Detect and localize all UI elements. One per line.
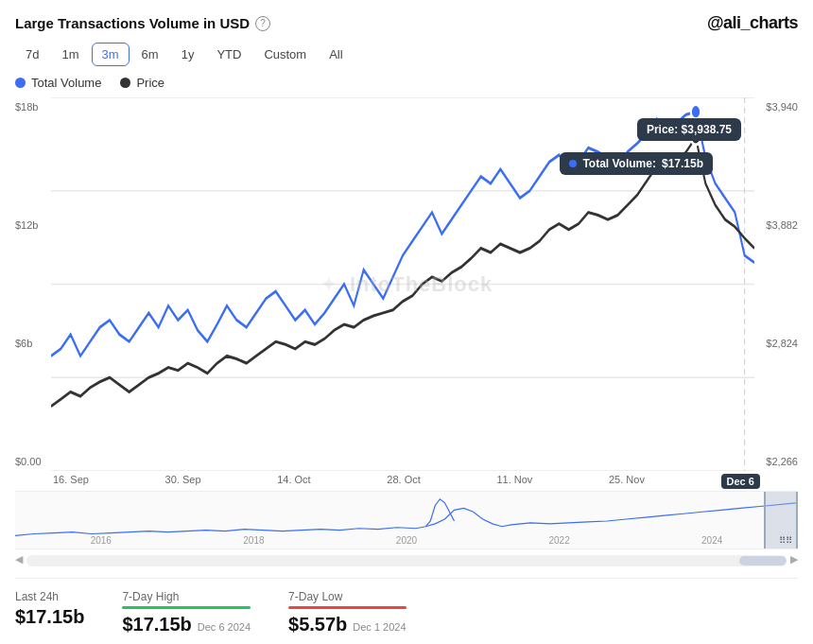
x-label-oct14: 14. Oct: [277, 474, 310, 489]
btn-ytd[interactable]: YTD: [206, 43, 251, 66]
header-row: Large Transactions Volume in USD ? @ali_…: [15, 13, 798, 33]
y-label-6b: $6b: [15, 338, 51, 349]
y-label-18b: $18b: [15, 101, 51, 113]
title-group: Large Transactions Volume in USD ?: [15, 15, 270, 31]
btn-all[interactable]: All: [319, 43, 353, 66]
y-axis-right: $3,940 $3,882 $2,824 $2,266: [754, 97, 798, 471]
x-label-oct28: 28. Oct: [387, 474, 420, 489]
x-label-sep30: 30. Sep: [165, 474, 201, 489]
btn-7d[interactable]: 7d: [15, 43, 49, 66]
mini-scroll-handle[interactable]: ⠿⠿: [764, 492, 798, 548]
stat-low7d-label: 7-Day Low: [288, 590, 406, 603]
btn-6m[interactable]: 6m: [131, 43, 169, 66]
stat-high7d-label: 7-Day High: [122, 590, 251, 603]
main-chart: $18b $12b $6b $0.00 $3,940 $3,882 $2,824…: [15, 97, 798, 471]
tooltip-volume: Total Volume: $17.15b: [560, 152, 713, 175]
y-axis-left: $18b $12b $6b $0.00: [15, 97, 51, 471]
y-label-12b: $12b: [15, 219, 51, 231]
stat-high7d: 7-Day High $17.15b Dec 6 2024: [122, 590, 251, 635]
year-2022: 2022: [548, 535, 569, 546]
tooltip-dot: [569, 160, 577, 167]
stats-row: Last 24h $17.15b 7-Day High $17.15b Dec …: [15, 578, 798, 635]
stat-high7d-date: Dec 6 2024: [198, 621, 251, 633]
y-label-3940: $3,940: [766, 101, 798, 113]
x-axis-row: 16. Sep 30. Sep 14. Oct 28. Oct 11. Nov …: [15, 471, 798, 489]
x-label-nov25: 25. Nov: [609, 474, 645, 489]
y-label-3882: $3,882: [766, 219, 798, 231]
chart-title: Large Transactions Volume in USD: [15, 15, 250, 31]
year-2024: 2024: [701, 535, 722, 546]
y-label-2824: $2,824: [766, 338, 798, 349]
legend-price-label: Price: [136, 76, 164, 90]
mini-chart-container: 2016 2018 2020 2022 2024 ⠿⠿: [15, 491, 798, 549]
legend-dot-price: [120, 78, 130, 88]
time-buttons-row: 7d 1m 3m 6m 1y YTD Custom All: [15, 43, 798, 66]
stat-last24h-label: Last 24h: [15, 590, 84, 603]
year-2016: 2016: [91, 535, 112, 546]
stat-low7d-date: Dec 1 2024: [353, 621, 406, 633]
scroll-bar[interactable]: [26, 555, 787, 566]
stat-high7d-underline: [122, 606, 251, 609]
stat-low7d-value: $5.57b: [288, 614, 347, 635]
year-2018: 2018: [243, 535, 264, 546]
stat-high7d-value: $17.15b: [122, 614, 191, 635]
y-label-2266: $2,266: [766, 456, 798, 467]
legend-price: Price: [120, 76, 164, 90]
legend-dot-volume: [15, 78, 26, 88]
mini-year-labels: 2016 2018 2020 2022 2024: [15, 535, 798, 546]
stat-last24h-value: $17.15b: [15, 606, 84, 627]
app-container: Large Transactions Volume in USD ? @ali_…: [0, 0, 813, 644]
x-label-nov11: 11. Nov: [496, 474, 532, 489]
y-label-0: $0.00: [15, 456, 51, 467]
mini-scroll-icon: ⠿⠿: [779, 535, 792, 546]
x-label-dec6: Dec 6: [721, 474, 760, 489]
btn-1m[interactable]: 1m: [51, 43, 89, 66]
scroll-bar-thumb[interactable]: [739, 556, 787, 566]
stat-low7d-underline: [288, 606, 406, 609]
tooltip-price: Price: $3,938.75: [637, 118, 741, 141]
brand-handle: @ali_charts: [707, 13, 798, 33]
scroll-row: ◀ ▶: [15, 551, 798, 566]
year-2020: 2020: [396, 535, 417, 546]
legend-volume-label: Total Volume: [31, 76, 101, 90]
btn-3m[interactable]: 3m: [92, 43, 130, 66]
legend-row: Total Volume Price: [15, 76, 798, 90]
svg-point-6: [691, 105, 701, 119]
legend-total-volume: Total Volume: [15, 76, 101, 90]
x-label-sep16: 16. Sep: [53, 474, 89, 489]
stat-low7d: 7-Day Low $5.57b Dec 1 2024: [288, 590, 406, 635]
stat-last24h: Last 24h $17.15b: [15, 590, 84, 635]
btn-1y[interactable]: 1y: [171, 43, 205, 66]
scroll-right-arrow[interactable]: ▶: [790, 553, 798, 566]
btn-custom[interactable]: Custom: [253, 43, 317, 66]
help-icon[interactable]: ?: [255, 16, 270, 31]
scroll-left-arrow[interactable]: ◀: [15, 553, 23, 566]
